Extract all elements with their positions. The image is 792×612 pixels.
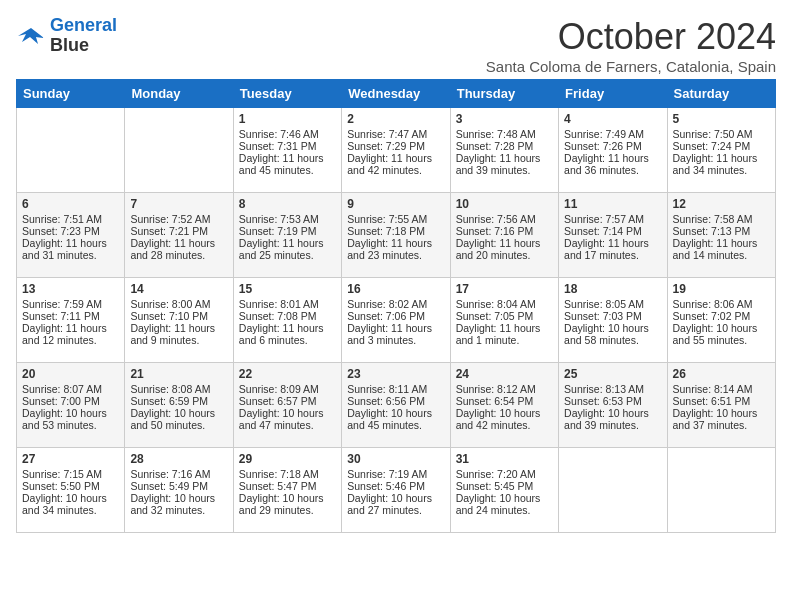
sunrise-text: Sunrise: 7:16 AM [130,468,227,480]
calendar-cell [125,108,233,193]
daylight-text: Daylight: 11 hours and 25 minutes. [239,237,336,261]
calendar-cell: 1Sunrise: 7:46 AMSunset: 7:31 PMDaylight… [233,108,341,193]
day-number: 29 [239,452,336,466]
weekday-header: Friday [559,80,667,108]
day-number: 23 [347,367,444,381]
sunset-text: Sunset: 7:08 PM [239,310,336,322]
sunset-text: Sunset: 5:46 PM [347,480,444,492]
sunrise-text: Sunrise: 7:50 AM [673,128,770,140]
calendar-table: SundayMondayTuesdayWednesdayThursdayFrid… [16,79,776,533]
calendar-cell: 17Sunrise: 8:04 AMSunset: 7:05 PMDayligh… [450,278,558,363]
calendar-cell: 13Sunrise: 7:59 AMSunset: 7:11 PMDayligh… [17,278,125,363]
daylight-text: Daylight: 11 hours and 3 minutes. [347,322,444,346]
sunset-text: Sunset: 6:53 PM [564,395,661,407]
weekday-header: Tuesday [233,80,341,108]
daylight-text: Daylight: 10 hours and 55 minutes. [673,322,770,346]
calendar-cell: 16Sunrise: 8:02 AMSunset: 7:06 PMDayligh… [342,278,450,363]
calendar-cell: 22Sunrise: 8:09 AMSunset: 6:57 PMDayligh… [233,363,341,448]
sunset-text: Sunset: 7:14 PM [564,225,661,237]
sunrise-text: Sunrise: 7:15 AM [22,468,119,480]
day-number: 12 [673,197,770,211]
day-number: 21 [130,367,227,381]
sunrise-text: Sunrise: 7:19 AM [347,468,444,480]
sunrise-text: Sunrise: 8:07 AM [22,383,119,395]
sunset-text: Sunset: 6:59 PM [130,395,227,407]
sunset-text: Sunset: 5:47 PM [239,480,336,492]
sunrise-text: Sunrise: 8:01 AM [239,298,336,310]
calendar-cell: 3Sunrise: 7:48 AMSunset: 7:28 PMDaylight… [450,108,558,193]
sunset-text: Sunset: 6:57 PM [239,395,336,407]
calendar-cell: 27Sunrise: 7:15 AMSunset: 5:50 PMDayligh… [17,448,125,533]
calendar-cell: 11Sunrise: 7:57 AMSunset: 7:14 PMDayligh… [559,193,667,278]
day-number: 24 [456,367,553,381]
calendar-cell: 19Sunrise: 8:06 AMSunset: 7:02 PMDayligh… [667,278,775,363]
sunset-text: Sunset: 7:02 PM [673,310,770,322]
day-number: 11 [564,197,661,211]
sunset-text: Sunset: 7:24 PM [673,140,770,152]
day-number: 8 [239,197,336,211]
daylight-text: Daylight: 10 hours and 39 minutes. [564,407,661,431]
sunrise-text: Sunrise: 8:09 AM [239,383,336,395]
sunrise-text: Sunrise: 7:58 AM [673,213,770,225]
sunset-text: Sunset: 5:45 PM [456,480,553,492]
day-number: 31 [456,452,553,466]
calendar-cell: 8Sunrise: 7:53 AMSunset: 7:19 PMDaylight… [233,193,341,278]
logo-line1: General [50,15,117,35]
day-number: 30 [347,452,444,466]
daylight-text: Daylight: 10 hours and 34 minutes. [22,492,119,516]
sunset-text: Sunset: 7:18 PM [347,225,444,237]
weekday-header: Saturday [667,80,775,108]
sunrise-text: Sunrise: 7:59 AM [22,298,119,310]
daylight-text: Daylight: 10 hours and 27 minutes. [347,492,444,516]
daylight-text: Daylight: 11 hours and 1 minute. [456,322,553,346]
sunrise-text: Sunrise: 8:12 AM [456,383,553,395]
calendar-cell: 9Sunrise: 7:55 AMSunset: 7:18 PMDaylight… [342,193,450,278]
daylight-text: Daylight: 10 hours and 45 minutes. [347,407,444,431]
calendar-cell: 14Sunrise: 8:00 AMSunset: 7:10 PMDayligh… [125,278,233,363]
daylight-text: Daylight: 11 hours and 17 minutes. [564,237,661,261]
daylight-text: Daylight: 11 hours and 14 minutes. [673,237,770,261]
calendar-week-row: 6Sunrise: 7:51 AMSunset: 7:23 PMDaylight… [17,193,776,278]
daylight-text: Daylight: 11 hours and 23 minutes. [347,237,444,261]
calendar-cell: 30Sunrise: 7:19 AMSunset: 5:46 PMDayligh… [342,448,450,533]
sunset-text: Sunset: 7:21 PM [130,225,227,237]
weekday-header: Thursday [450,80,558,108]
day-number: 1 [239,112,336,126]
calendar-cell: 25Sunrise: 8:13 AMSunset: 6:53 PMDayligh… [559,363,667,448]
daylight-text: Daylight: 11 hours and 34 minutes. [673,152,770,176]
sunrise-text: Sunrise: 8:00 AM [130,298,227,310]
sunrise-text: Sunrise: 7:48 AM [456,128,553,140]
sunrise-text: Sunrise: 8:05 AM [564,298,661,310]
calendar-week-row: 1Sunrise: 7:46 AMSunset: 7:31 PMDaylight… [17,108,776,193]
weekday-header-row: SundayMondayTuesdayWednesdayThursdayFrid… [17,80,776,108]
calendar-cell: 31Sunrise: 7:20 AMSunset: 5:45 PMDayligh… [450,448,558,533]
daylight-text: Daylight: 11 hours and 39 minutes. [456,152,553,176]
calendar-cell: 10Sunrise: 7:56 AMSunset: 7:16 PMDayligh… [450,193,558,278]
calendar-cell: 23Sunrise: 8:11 AMSunset: 6:56 PMDayligh… [342,363,450,448]
sunrise-text: Sunrise: 8:04 AM [456,298,553,310]
daylight-text: Daylight: 10 hours and 24 minutes. [456,492,553,516]
title-area: October 2024 Santa Coloma de Farners, Ca… [486,16,776,75]
sunset-text: Sunset: 7:06 PM [347,310,444,322]
daylight-text: Daylight: 10 hours and 50 minutes. [130,407,227,431]
svg-marker-0 [18,28,44,44]
sunrise-text: Sunrise: 8:11 AM [347,383,444,395]
sunrise-text: Sunrise: 7:52 AM [130,213,227,225]
sunrise-text: Sunrise: 8:13 AM [564,383,661,395]
logo: General Blue [16,16,117,56]
daylight-text: Daylight: 10 hours and 32 minutes. [130,492,227,516]
sunset-text: Sunset: 7:29 PM [347,140,444,152]
day-number: 16 [347,282,444,296]
day-number: 22 [239,367,336,381]
calendar-cell [17,108,125,193]
calendar-cell: 6Sunrise: 7:51 AMSunset: 7:23 PMDaylight… [17,193,125,278]
daylight-text: Daylight: 10 hours and 29 minutes. [239,492,336,516]
calendar-cell: 28Sunrise: 7:16 AMSunset: 5:49 PMDayligh… [125,448,233,533]
day-number: 25 [564,367,661,381]
logo-line2: Blue [50,36,117,56]
logo-icon [16,24,46,48]
day-number: 13 [22,282,119,296]
sunset-text: Sunset: 5:49 PM [130,480,227,492]
day-number: 4 [564,112,661,126]
calendar-cell: 21Sunrise: 8:08 AMSunset: 6:59 PMDayligh… [125,363,233,448]
